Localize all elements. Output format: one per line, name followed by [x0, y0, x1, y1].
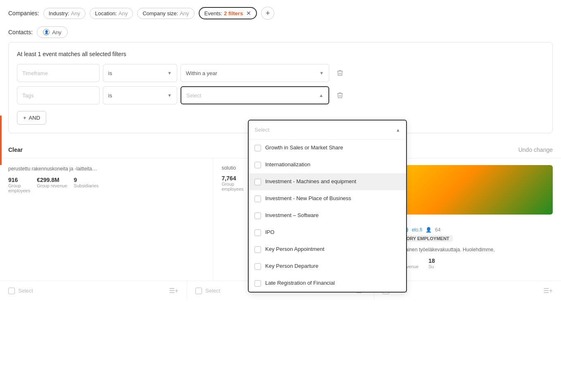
timeframe-value-chevron: ▼	[319, 71, 324, 76]
timeframe-delete-button[interactable]	[333, 66, 347, 80]
company-size-chip-value: Any	[180, 10, 189, 17]
select-checkbox-1[interactable]	[8, 288, 15, 294]
dropdown-item-investment-place[interactable]: Investment - New Place of Business	[249, 190, 406, 207]
timeframe-operator-chevron: ▼	[167, 71, 172, 76]
trash-icon-2	[336, 92, 344, 99]
trash-icon	[336, 69, 344, 77]
tags-value-select[interactable]: Select ▲	[181, 86, 329, 104]
plus-icon-and: +	[23, 115, 26, 121]
dropdown-item-label-investment-machines: Investment - Machines and equipment	[265, 178, 356, 184]
dropdown-item-label-late-registration: Late Registration of Financial	[265, 280, 335, 286]
contacts-any-chip[interactable]: 👤 Any	[37, 26, 67, 38]
left-accent-bar	[0, 116, 2, 165]
left-card-stats: 916 Groupemployees €299.8M Group revenue…	[8, 177, 204, 193]
tags-operator-chevron: ▼	[167, 93, 172, 98]
stat-elo-su-value: 18	[428, 257, 435, 264]
dropdown-item-label-key-person-departure: Key Person Departure	[265, 263, 319, 269]
timeframe-operator-label: is	[108, 70, 112, 76]
website-text: elo.fi	[412, 227, 422, 233]
dropdown-item-investment-machines[interactable]: Investment - Machines and equipment	[249, 173, 406, 190]
contacts-label: Contacts:	[8, 29, 33, 35]
select-placeholder-2: Select	[205, 288, 220, 294]
dropdown-item-label-key-person-appointment: Key Person Appointment	[265, 246, 324, 252]
select-row-1: Select ☰+	[0, 281, 187, 300]
stat-value-subsidiaries: 9	[74, 177, 99, 183]
tags-dropdown: Select ▲ Growth in Sales or Market Share…	[248, 120, 407, 293]
stat-value-916: 916	[8, 177, 30, 183]
tags-operator-select[interactable]: is ▼	[103, 86, 177, 104]
location-chip-key: Location:	[95, 10, 117, 17]
companies-label: Companies:	[8, 10, 39, 17]
filter-row-timeframe: Timeframe is ▼ Within a year ▼	[17, 64, 544, 82]
industry-chip-key: Industry:	[49, 10, 69, 17]
checkbox-late-registration[interactable]	[254, 280, 261, 287]
timeframe-value-label: Within a year	[186, 70, 217, 76]
location-filter-chip[interactable]: Location: Any	[90, 8, 133, 19]
dropdown-item-growth[interactable]: Growth in Sales or Market Share	[249, 139, 406, 156]
events-chip-key: Events:	[204, 10, 222, 17]
events-chip-close-icon[interactable]: ✕	[246, 10, 251, 17]
events-filter-chip[interactable]: Events: 2 filters ✕	[199, 7, 257, 19]
person-icon-card: 👤	[426, 227, 432, 233]
checkbox-internationalization[interactable]	[254, 162, 261, 168]
stat-label-group-revenue-1: Group revenue	[37, 183, 67, 188]
stat-label-subsidiaries: Subsidiaries	[74, 183, 99, 188]
stat-elo-su-label: Su	[428, 264, 435, 269]
stat-elo-su: 18 Su	[428, 257, 435, 274]
stat-subsidiaries: 9 Subsidiaries	[74, 177, 99, 193]
events-chip-value: 2 filters	[224, 10, 243, 17]
left-card-description: perustettu rakennuskoneita ja -laitteita…	[8, 165, 204, 172]
stat-label-group-employees-1: Groupemployees	[8, 183, 30, 193]
dropdown-item-label-investment-software: Investment – Software	[265, 212, 319, 218]
company-size-filter-chip[interactable]: Company size: Any	[137, 8, 194, 19]
undo-button[interactable]: Undo change	[518, 146, 553, 153]
tags-field[interactable]: Tags	[17, 86, 100, 104]
tags-value-placeholder: Select	[186, 92, 201, 99]
timeframe-placeholder: Timeframe	[22, 70, 48, 76]
timeframe-value-select[interactable]: Within a year ▼	[181, 64, 329, 82]
dropdown-item-label-ipo: IPO	[265, 229, 274, 235]
tags-placeholder: Tags	[22, 92, 33, 99]
panel-title: At least 1 event matches all selected fi…	[17, 51, 544, 57]
select-checkbox-2[interactable]	[195, 288, 202, 294]
checkbox-investment-machines[interactable]	[254, 179, 261, 185]
checkbox-growth[interactable]	[254, 145, 261, 151]
dropdown-item-internationalization[interactable]: Internationalization	[249, 156, 406, 173]
dropdown-list: Growth in Sales or Market Share Internat…	[249, 139, 406, 292]
checkbox-investment-place[interactable]	[254, 196, 261, 202]
list-icon-1[interactable]: ☰+	[169, 287, 178, 295]
contacts-any-label: Any	[52, 29, 61, 35]
checkbox-key-person-appointment[interactable]	[254, 246, 261, 253]
clear-button[interactable]: Clear	[8, 146, 23, 153]
dropdown-item-investment-software[interactable]: Investment – Software	[249, 207, 406, 224]
and-label: AND	[29, 115, 40, 121]
contacts-bar: Contacts: 👤 Any	[0, 24, 561, 42]
tags-value-chevron: ▲	[319, 93, 323, 98]
checkbox-key-person-departure[interactable]	[254, 263, 261, 270]
dropdown-item-key-person-departure[interactable]: Key Person Departure	[249, 258, 406, 275]
employees-count: 64	[435, 227, 440, 233]
plus-icon: +	[266, 9, 270, 18]
select-placeholder-1: Select	[18, 288, 33, 294]
dropdown-item-late-registration[interactable]: Late Registration of Financial	[249, 275, 406, 292]
add-filter-button[interactable]: +	[261, 7, 274, 20]
tags-operator-label: is	[108, 92, 112, 99]
dropdown-item-key-person-appointment[interactable]: Key Person Appointment	[249, 241, 406, 258]
company-size-chip-key: Company size:	[143, 10, 178, 17]
checkbox-ipo[interactable]	[254, 229, 261, 236]
dropdown-item-label-internationalization: Internationalization	[265, 161, 310, 168]
timeframe-field[interactable]: Timeframe	[17, 64, 100, 82]
dropdown-search-row: Select ▲	[249, 120, 406, 139]
industry-filter-chip[interactable]: Industry: Any	[43, 8, 86, 19]
timeframe-operator-select[interactable]: is ▼	[103, 64, 177, 82]
filter-bar: Companies: Industry: Any Location: Any C…	[0, 0, 561, 24]
list-icon-3[interactable]: ☰+	[543, 287, 553, 295]
dropdown-item-label-investment-place: Investment - New Place of Business	[265, 195, 351, 201]
filter-row-tags: Tags is ▼ Select ▲	[17, 86, 544, 104]
tags-delete-button[interactable]	[333, 88, 347, 103]
stat-value-299m: €299.8M	[37, 177, 67, 183]
and-button[interactable]: + AND	[17, 111, 46, 125]
dropdown-item-ipo[interactable]: IPO	[249, 224, 406, 241]
checkbox-investment-software[interactable]	[254, 213, 261, 219]
dropdown-placeholder-text: Select	[254, 127, 269, 133]
